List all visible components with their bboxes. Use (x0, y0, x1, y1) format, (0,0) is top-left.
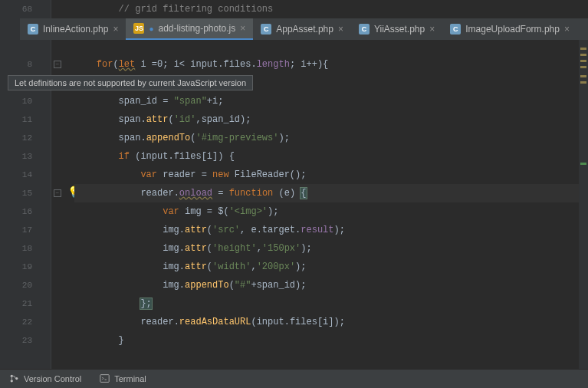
line-number: 10 (0, 92, 51, 110)
line-number: 23 (0, 331, 51, 350)
php-class-icon: C (261, 24, 271, 35)
line-number: 14 (0, 166, 51, 184)
code-line: reader.readAsDataURL(input.files[i]); (74, 313, 588, 331)
scroll-marker-warning[interactable] (580, 60, 586, 62)
terminal-icon (100, 373, 110, 385)
svg-rect-3 (100, 374, 109, 382)
line-number: 8 (0, 55, 51, 74)
php-class-icon: C (359, 24, 370, 35)
scroll-marker-warning[interactable] (580, 48, 586, 50)
line-number: 12 (0, 129, 51, 147)
tab-appasset[interactable]: C AppAsset.php × (253, 18, 351, 40)
code-line: img.attr('width','200px'); (74, 258, 588, 276)
line-number: 68 (0, 0, 51, 18)
tab-label: add-listing-photo.js (158, 23, 235, 34)
panel-label: Terminal (114, 374, 146, 383)
code-area[interactable]: // grid filtering conditions function re… (51, 0, 588, 369)
code-line: for(let i =0; i< input.files.length; i++… (74, 55, 588, 74)
close-icon[interactable]: × (113, 24, 118, 35)
svg-point-2 (15, 376, 18, 379)
close-icon[interactable]: × (429, 24, 435, 35)
line-number: 13 (0, 147, 51, 166)
scroll-marker-warning[interactable] (580, 75, 586, 77)
line-number: 19 (0, 258, 51, 276)
code-line: var img = $('<img>'); (74, 202, 588, 221)
code-line: if (input.files[i]) { (74, 147, 588, 166)
code-line: // grid filtering conditions (74, 0, 588, 18)
line-number: 17 (0, 221, 51, 239)
tab-add-listing-photo[interactable]: JS ● add-listing-photo.js × (126, 18, 253, 40)
php-class-icon: C (28, 24, 38, 35)
tab-inlineaction[interactable]: C InlineAction.php × (20, 18, 126, 40)
close-icon[interactable]: × (564, 24, 570, 35)
line-number: 11 (0, 110, 51, 129)
svg-point-1 (11, 380, 13, 382)
line-number: 15 (0, 184, 51, 202)
line-number: 20 (0, 276, 51, 294)
code-line-active: reader.onload = function (e) { (74, 184, 588, 202)
code-line: span.appendTo('#img-previews'); (74, 129, 588, 147)
tab-label: ImageUploadForm.php (465, 24, 560, 35)
code-line: var reader = new FileReader(); (74, 166, 588, 184)
scroll-marker-warning[interactable] (580, 81, 586, 84)
line-number: 21 (0, 294, 51, 313)
code-line: img.attr('height','150px'); (74, 239, 588, 258)
scroll-marker-warning[interactable] (580, 54, 586, 56)
version-control-panel-button[interactable]: Version Control (0, 373, 90, 385)
close-icon[interactable]: × (338, 24, 343, 35)
terminal-panel-button[interactable]: Terminal (90, 373, 156, 385)
editor-tabs: C InlineAction.php × JS ● add-listing-ph… (20, 18, 588, 40)
scroll-marker-warning[interactable] (580, 66, 586, 68)
line-number: 16 (0, 202, 51, 221)
code-line: } (74, 331, 588, 350)
panel-label: Version Control (24, 374, 81, 383)
warning-tooltip: Let definitions are not supported by cur… (8, 75, 253, 90)
modified-indicator-icon: ● (149, 25, 153, 33)
line-number: 18 (0, 239, 51, 258)
line-gutter: 68 8 10 11 12 13 14 15 16 17 18 19 20 21… (0, 0, 51, 369)
php-class-icon: C (450, 24, 461, 35)
close-icon[interactable]: × (240, 23, 245, 34)
bottom-toolbar: Version Control Terminal (0, 369, 588, 388)
code-line: span_id = "span"+i; (74, 92, 588, 110)
code-line: img.attr('src', e.target.result); (74, 221, 588, 239)
vertical-scrollbar[interactable] (579, 40, 588, 369)
tab-label: AppAsset.php (276, 24, 333, 35)
tab-label: YiiAsset.php (374, 24, 425, 35)
code-editor[interactable]: 68 8 10 11 12 13 14 15 16 17 18 19 20 21… (0, 0, 588, 369)
svg-point-0 (11, 374, 13, 376)
line-number: 22 (0, 313, 51, 331)
scroll-marker[interactable] (580, 163, 586, 165)
js-file-icon: JS (133, 23, 144, 34)
version-control-icon (9, 373, 19, 385)
tab-label: InlineAction.php (43, 24, 108, 35)
code-line: img.appendTo("#"+span_id); (74, 276, 588, 294)
tab-yiiasset[interactable]: C YiiAsset.php × (351, 18, 442, 40)
code-line: }; (74, 294, 588, 313)
tab-imageuploadform[interactable]: C ImageUploadForm.php × (442, 18, 577, 40)
code-line: span.attr('id',span_id); (74, 110, 588, 129)
